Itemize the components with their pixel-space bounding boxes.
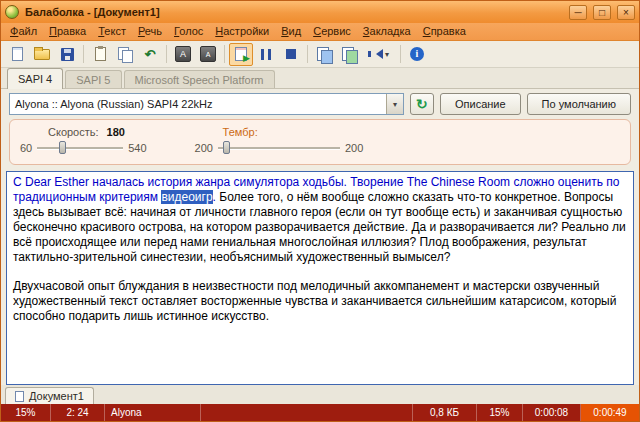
- menu-bookmark-label: Закладка: [363, 25, 411, 37]
- menu-edit[interactable]: Правка: [43, 24, 92, 39]
- info-button[interactable]: i: [405, 43, 429, 66]
- open-file-button[interactable]: [30, 43, 54, 66]
- menu-text[interactable]: Текст: [92, 24, 132, 39]
- document-tab[interactable]: Документ1: [5, 387, 94, 404]
- menu-speech[interactable]: Речь: [132, 24, 168, 39]
- menu-edit-label: Правка: [49, 25, 86, 37]
- save-icon: [61, 48, 74, 61]
- menu-tools[interactable]: Сервис: [307, 24, 357, 39]
- speed-value: 180: [107, 126, 125, 138]
- new-document-icon: [12, 47, 23, 61]
- stop-button[interactable]: [279, 43, 303, 66]
- font-size-button[interactable]: А: [196, 43, 220, 66]
- speed-label-row: Скорость: 180: [20, 126, 147, 138]
- voice-default-button[interactable]: По умолчанию: [527, 93, 631, 115]
- speed-min-label: 60: [20, 142, 32, 154]
- menu-bookmark[interactable]: Закладка: [357, 24, 417, 39]
- tab-microsoft-speech-platform[interactable]: Microsoft Speech Platform: [124, 70, 275, 88]
- read-aloud-button[interactable]: ▶: [229, 43, 253, 66]
- status-elapsed-time: 0:00:08: [523, 404, 581, 421]
- voice-row: Alyona :: Alyona (Russian) SAPI4 22kHz ▾…: [1, 89, 639, 119]
- menu-view[interactable]: Вид: [275, 24, 307, 39]
- pitch-slider-row: 200 200: [195, 140, 364, 155]
- speed-group: Скорость: 180 60 540: [20, 126, 147, 160]
- toolbar-separator: [307, 45, 308, 63]
- play-icon: ▶: [243, 54, 250, 63]
- status-position-percent: 15%: [477, 404, 523, 421]
- menu-settings-label: Настройки: [215, 25, 269, 37]
- watch-clipboard-button[interactable]: [88, 43, 112, 66]
- status-file-size: 0,8 КБ: [413, 404, 477, 421]
- paragraph-2: Двухчасовой опыт блуждания в неизвестнос…: [13, 279, 627, 324]
- statusbar: 15% 2: 24 Alyona 0,8 КБ 15% 0:00:08 0:00…: [1, 404, 639, 421]
- refresh-voices-button[interactable]: ↻: [410, 93, 434, 115]
- speed-slider[interactable]: [37, 140, 123, 155]
- menu-file[interactable]: Файл: [4, 24, 43, 39]
- menu-tools-label: Сервис: [313, 25, 351, 37]
- undo-button[interactable]: ↶: [138, 43, 162, 66]
- voice-description-button[interactable]: Описание: [440, 93, 521, 115]
- pitch-min-label: 200: [195, 142, 213, 154]
- copy-icon: [118, 47, 132, 62]
- status-cursor-position: 2: 24: [51, 404, 105, 421]
- speed-label: Скорость:: [48, 126, 99, 138]
- speaker-icon: [371, 49, 383, 59]
- balabolka-window: Балаболка - [Документ1] ─ □ × Файл Правк…: [0, 0, 640, 422]
- menu-settings[interactable]: Настройки: [209, 24, 275, 39]
- voice-params-panel: Скорость: 180 60 540 Тембр: 200 200: [9, 119, 631, 165]
- new-document-button[interactable]: [5, 43, 29, 66]
- dropdown-arrow-icon: ▾: [385, 50, 389, 59]
- speed-slider-row: 60 540: [20, 140, 147, 155]
- paragraph-1: С Dear Esther началась история жанра сим…: [13, 175, 627, 265]
- audio-output-button[interactable]: ▾: [362, 43, 396, 66]
- window-title: Балаболка - [Документ1]: [23, 6, 563, 18]
- tab-msp-label: Microsoft Speech Platform: [135, 74, 264, 86]
- merge-file-button[interactable]: [337, 43, 361, 66]
- voice-select[interactable]: Alyona :: Alyona (Russian) SAPI4 22kHz ▾: [9, 93, 404, 115]
- minimize-button[interactable]: ─: [569, 5, 587, 20]
- document-icon: [15, 391, 24, 402]
- copy-button[interactable]: [113, 43, 137, 66]
- save-file-button[interactable]: [55, 43, 79, 66]
- pitch-label-row: Тембр:: [195, 126, 364, 138]
- pitch-slider[interactable]: [218, 140, 340, 155]
- menu-help-label: Справка: [423, 25, 466, 37]
- toolbar-separator: [83, 45, 84, 63]
- menu-file-label: Файл: [10, 25, 37, 37]
- pitch-slider-thumb[interactable]: [223, 141, 230, 154]
- pitch-group: Тембр: 200 200: [195, 126, 364, 160]
- font-size-icon: А: [200, 46, 216, 62]
- menu-voice-label: Голос: [174, 25, 203, 37]
- document-tab-bar: Документ1: [1, 385, 639, 404]
- menu-help[interactable]: Справка: [417, 24, 472, 39]
- text-editor[interactable]: С Dear Esther началась история жанра сим…: [6, 171, 634, 385]
- tab-sapi5[interactable]: SAPI 5: [65, 70, 121, 88]
- status-total-time: 0:00:49: [581, 404, 639, 421]
- close-button[interactable]: ×: [617, 5, 635, 20]
- merge-file-icon: [342, 47, 357, 62]
- pitch-label: Тембр:: [223, 126, 258, 138]
- info-icon: i: [410, 47, 424, 61]
- stop-icon: [286, 49, 296, 59]
- open-folder-icon: [34, 49, 50, 60]
- font-button[interactable]: А: [171, 43, 195, 66]
- combo-dropdown-icon[interactable]: ▾: [386, 94, 403, 114]
- voice-engine-tabs: SAPI 4 SAPI 5 Microsoft Speech Platform: [1, 68, 639, 89]
- pitch-max-label: 200: [345, 142, 363, 154]
- speed-slider-thumb[interactable]: [59, 141, 66, 154]
- speed-max-label: 540: [128, 142, 146, 154]
- split-file-icon: [317, 47, 332, 62]
- titlebar: Балаболка - [Документ1] ─ □ ×: [1, 1, 639, 23]
- font-icon: А: [175, 46, 191, 62]
- pause-button[interactable]: [254, 43, 278, 66]
- current-word-highlight: видеоигр: [161, 190, 212, 204]
- maximize-button[interactable]: □: [593, 5, 611, 20]
- pause-icon: [261, 49, 271, 60]
- menubar: Файл Правка Текст Речь Голос Настройки В…: [1, 23, 639, 41]
- tab-sapi4-label: SAPI 4: [18, 73, 52, 85]
- split-file-button[interactable]: [312, 43, 336, 66]
- menu-text-label: Текст: [98, 25, 126, 37]
- tab-sapi4[interactable]: SAPI 4: [7, 68, 63, 89]
- menu-voice[interactable]: Голос: [168, 24, 209, 39]
- voice-selected-label: Alyona :: Alyona (Russian) SAPI4 22kHz: [15, 98, 212, 110]
